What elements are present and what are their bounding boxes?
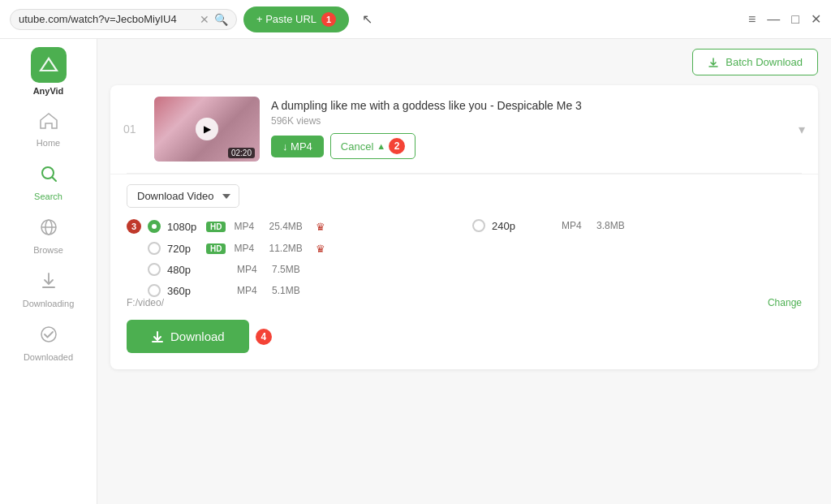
svg-line-3 (52, 178, 56, 182)
change-path-link[interactable]: Change (768, 297, 802, 308)
type-row: Download Video Download Audio (127, 184, 802, 208)
window-close-button[interactable]: ✕ (811, 11, 821, 27)
titlebar-left: utube.com/watch?v=JecboMiyIU4 ✕ 🔍 + Past… (10, 6, 748, 32)
url-bar[interactable]: utube.com/watch?v=JecboMiyIU4 ✕ 🔍 (10, 9, 237, 30)
downloaded-label: Downloaded (24, 352, 73, 362)
format-360p: MP4 (237, 285, 265, 296)
label-480p: 480p (167, 264, 200, 276)
sidebar: AnyVid Home Search (0, 39, 97, 504)
titlebar-right: ≡ — □ ✕ (748, 11, 821, 27)
quality-section: 3 1080p HD MP4 25.4MB ♛ 720p (127, 219, 802, 297)
batch-download-label: Batch Download (726, 56, 803, 68)
sidebar-item-search[interactable]: Search (0, 156, 97, 209)
quality-row-1080p: 3 1080p HD MP4 25.4MB ♛ (127, 219, 456, 234)
header-dropdown-icon[interactable]: ▾ (799, 122, 805, 137)
format-1080p: MP4 (234, 221, 262, 232)
size-480p: 7.5MB (272, 264, 312, 275)
quality-row-480p: 480p MP4 7.5MB (127, 263, 456, 276)
video-header: 01 ▶ 02:20 A dumpling like me with a god… (110, 85, 818, 173)
home-svg (39, 112, 58, 130)
save-path-row: F:/video/ Change (127, 297, 802, 308)
size-1080p: 25.4MB (269, 221, 309, 232)
quality-right-col: 240p MP4 3.8MB (472, 219, 802, 297)
step3-badge: 3 (127, 219, 141, 234)
search-svg (39, 164, 58, 183)
mp4-button[interactable]: ↓ MP4 (271, 136, 324, 157)
video-number: 01 (123, 123, 143, 136)
downloading-icon (39, 271, 58, 295)
paste-url-button[interactable]: + Paste URL 1 (243, 6, 349, 32)
video-views: 596K views (271, 115, 787, 127)
cursor-icon: ↖ (362, 11, 372, 27)
browse-icon (39, 218, 58, 242)
downloaded-icon (39, 325, 58, 349)
window-menu-button[interactable]: ≡ (748, 12, 756, 27)
url-text: utube.com/watch?v=JecboMiyIU4 (19, 13, 195, 25)
cancel-dropdown-icon: ▲ (377, 141, 385, 151)
batch-download-icon (708, 57, 719, 68)
sidebar-item-home[interactable]: Home (0, 104, 97, 156)
format-240p: MP4 (562, 220, 590, 231)
video-duration: 02:20 (228, 148, 255, 158)
download-btn-icon (151, 330, 164, 343)
quality-row-720p: 720p HD MP4 11.2MB ♛ (127, 242, 456, 255)
cancel-button[interactable]: Cancel ▲ 2 (330, 133, 416, 159)
sidebar-item-downloaded[interactable]: Downloaded (0, 317, 97, 370)
batch-bar: Batch Download (97, 39, 831, 85)
radio-1080p[interactable] (148, 220, 161, 233)
window-maximize-button[interactable]: □ (791, 12, 799, 27)
app-name: AnyVid (33, 86, 64, 96)
download-panel: Download Video Download Audio 3 1080p HD (110, 174, 818, 369)
play-button[interactable]: ▶ (196, 118, 218, 140)
batch-download-button[interactable]: Batch Download (692, 49, 818, 75)
logo-box (31, 47, 67, 83)
label-1080p: 1080p (167, 221, 200, 233)
quality-row-360p: 360p MP4 5.1MB (127, 284, 456, 297)
radio-720p[interactable] (148, 242, 161, 255)
download-btn-wrap: Download 4 (127, 320, 802, 353)
home-label: Home (37, 138, 60, 148)
hd-badge-720p: HD (206, 243, 226, 254)
cancel-label: Cancel (341, 140, 373, 153)
format-720p: MP4 (234, 243, 262, 254)
radio-240p[interactable] (472, 219, 485, 232)
hd-badge-1080p: HD (206, 222, 226, 232)
video-actions: ↓ MP4 Cancel ▲ 2 (271, 133, 787, 159)
download-type-select[interactable]: Download Video Download Audio (127, 184, 239, 208)
mp4-label: ↓ MP4 (282, 140, 312, 153)
search-label: Search (34, 192, 62, 201)
quality-left-col: 3 1080p HD MP4 25.4MB ♛ 720p (127, 219, 456, 297)
main-layout: AnyVid Home Search (0, 39, 831, 504)
downloaded-svg (39, 325, 58, 344)
content-area: Batch Download 01 ▶ 02:20 A dumpling lik… (97, 39, 831, 504)
label-720p: 720p (167, 243, 200, 255)
download-button[interactable]: Download (127, 320, 249, 353)
cancel-badge: 2 (389, 138, 405, 154)
search-icon[interactable]: 🔍 (214, 13, 228, 26)
downloading-label: Downloading (23, 299, 75, 308)
label-360p: 360p (167, 285, 200, 297)
downloading-svg (39, 271, 58, 291)
radio-480p[interactable] (148, 263, 161, 276)
video-title: A dumpling like me with a goddess like y… (271, 99, 787, 112)
format-480p: MP4 (237, 264, 265, 275)
search-nav-icon (39, 164, 58, 188)
video-thumbnail: ▶ 02:20 (154, 97, 260, 162)
svg-point-8 (41, 327, 56, 342)
save-path-text: F:/video/ (127, 297, 164, 308)
size-240p: 3.8MB (596, 220, 637, 231)
paste-badge: 1 (321, 12, 336, 27)
sidebar-item-downloading[interactable]: Downloading (0, 263, 97, 317)
titlebar: utube.com/watch?v=JecboMiyIU4 ✕ 🔍 + Past… (0, 0, 831, 39)
label-240p: 240p (492, 220, 524, 232)
size-360p: 5.1MB (272, 285, 312, 296)
url-clear-icon[interactable]: ✕ (200, 13, 209, 26)
browse-label: Browse (33, 245, 63, 255)
logo-area: AnyVid (31, 47, 67, 96)
svg-rect-7 (42, 286, 55, 288)
size-720p: 11.2MB (269, 243, 309, 254)
download-badge: 4 (256, 329, 272, 345)
sidebar-item-browse[interactable]: Browse (0, 209, 97, 263)
window-minimize-button[interactable]: — (767, 12, 780, 27)
radio-360p[interactable] (148, 284, 161, 297)
